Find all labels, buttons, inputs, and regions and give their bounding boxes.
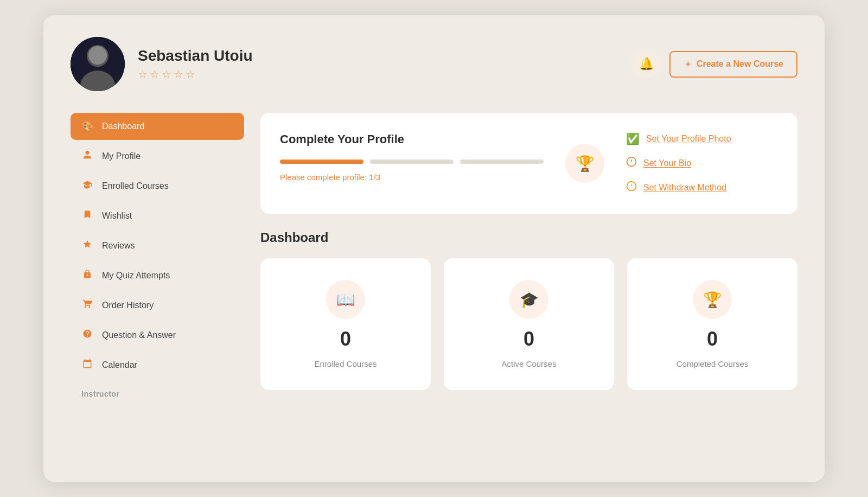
enrolled-card-icon-wrap: 📖 (326, 280, 365, 319)
quiz-icon (81, 269, 93, 282)
checklist-link-photo[interactable]: Set Your Profile Photo (646, 134, 731, 144)
completed-card-icon: 🏆 (703, 291, 722, 309)
sidebar-label-reviews: Reviews (102, 241, 135, 251)
plus-icon: ＋ (684, 59, 692, 70)
sidebar-item-question-answer[interactable]: Question & Answer (71, 321, 244, 349)
star-1: ☆ (138, 68, 148, 81)
sidebar: 🎨 Dashboard My Profile Enrolled Courses (71, 113, 244, 403)
notification-button[interactable]: 🔔 (633, 50, 661, 78)
dashboard-cards: 📖 0 Enrolled Courses 🎓 0 Active Courses … (260, 258, 797, 390)
dashboard-icon: 🎨 (81, 120, 93, 132)
sidebar-label-calendar: Calendar (102, 360, 137, 370)
checklist-link-withdraw[interactable]: Set Withdraw Method (643, 183, 726, 193)
sidebar-label-order-history: Order History (102, 301, 154, 310)
progress-bars (280, 160, 544, 164)
completed-card-count: 0 (707, 328, 718, 351)
sidebar-label-quiz-attempts: My Quiz Attempts (102, 271, 170, 281)
sidebar-label-enrolled-courses: Enrolled Courses (102, 181, 169, 191)
content-area: Complete Your Profile Please complete pr… (260, 113, 797, 403)
instructor-section-label: Instructor (71, 381, 244, 403)
profile-icon (81, 150, 93, 162)
dashboard-section-title: Dashboard (260, 230, 797, 245)
completed-card-icon-wrap: 🏆 (693, 280, 732, 319)
profile-complete-card: Complete Your Profile Please complete pr… (260, 113, 797, 214)
trophy-icon: 🏆 (576, 155, 595, 173)
create-course-button[interactable]: ＋ Create a New Course (669, 51, 797, 78)
sidebar-item-wishlist[interactable]: Wishlist (71, 202, 244, 230)
sidebar-item-reviews[interactable]: Reviews (71, 232, 244, 259)
completed-card-label: Completed Courses (676, 359, 749, 368)
active-card-label: Active Courses (502, 359, 557, 368)
reviews-icon (81, 239, 93, 252)
active-card-count: 0 (524, 328, 534, 351)
star-5: ☆ (186, 68, 195, 81)
profile-complete-title: Complete Your Profile (280, 132, 544, 146)
sidebar-item-dashboard[interactable]: 🎨 Dashboard (71, 113, 244, 140)
progress-segment-2 (370, 160, 454, 164)
checklist-item-photo[interactable]: ✅ Set Your Profile Photo (626, 132, 778, 145)
sidebar-label-dashboard: Dashboard (102, 122, 144, 131)
create-course-label: Create a New Course (697, 59, 783, 69)
active-card-icon-wrap: 🎓 (509, 280, 548, 319)
avatar (71, 37, 125, 91)
active-card-icon: 🎓 (520, 291, 539, 309)
profile-progress-section: Complete Your Profile Please complete pr… (280, 132, 544, 194)
enrolled-card-icon: 📖 (336, 291, 355, 309)
checklist-item-bio[interactable]: Set Your Bio (626, 156, 778, 170)
checklist-link-bio[interactable]: Set Your Bio (643, 158, 691, 168)
wishlist-icon (81, 209, 93, 222)
star-3: ☆ (162, 68, 171, 81)
sidebar-item-enrolled-courses[interactable]: Enrolled Courses (71, 172, 244, 200)
sidebar-item-calendar[interactable]: Calendar (71, 351, 244, 379)
star-2: ☆ (150, 68, 159, 81)
bell-icon: 🔔 (639, 57, 654, 71)
sidebar-label-wishlist: Wishlist (102, 211, 132, 221)
progress-segment-1 (280, 160, 363, 164)
dashboard-card-completed: 🏆 0 Completed Courses (627, 258, 797, 390)
header-actions: 🔔 ＋ Create a New Course (633, 50, 797, 78)
enrolled-card-label: Enrolled Courses (314, 359, 376, 368)
check-pending-icon-bio (626, 156, 637, 170)
check-pending-icon-withdraw (626, 181, 637, 194)
qa-icon (81, 329, 93, 341)
profile-status: Please complete profile: 1/3 (280, 173, 544, 182)
user-info: Sebastian Utoiu ☆ ☆ ☆ ☆ ☆ (138, 47, 633, 81)
profile-checklist: ✅ Set Your Profile Photo Set Your Bio (626, 132, 778, 194)
sidebar-label-question-answer: Question & Answer (102, 330, 176, 340)
main-layout: 🎨 Dashboard My Profile Enrolled Courses (71, 113, 797, 403)
sidebar-item-my-profile[interactable]: My Profile (71, 142, 244, 170)
header: Sebastian Utoiu ☆ ☆ ☆ ☆ ☆ 🔔 ＋ Create a N… (71, 37, 797, 91)
sidebar-label-my-profile: My Profile (102, 151, 141, 161)
enrolled-icon (81, 180, 93, 192)
dashboard-card-enrolled: 📖 0 Enrolled Courses (260, 258, 431, 390)
checklist-item-withdraw[interactable]: Set Withdraw Method (626, 181, 778, 194)
star-4: ☆ (174, 68, 183, 81)
order-icon (81, 299, 93, 311)
enrolled-card-count: 0 (340, 328, 351, 351)
star-rating: ☆ ☆ ☆ ☆ ☆ (138, 68, 633, 81)
trophy-badge: 🏆 (565, 144, 604, 183)
calendar-icon (81, 359, 93, 371)
sidebar-item-quiz-attempts[interactable]: My Quiz Attempts (71, 262, 244, 289)
svg-point-3 (88, 46, 107, 65)
user-name: Sebastian Utoiu (138, 47, 633, 65)
check-done-icon: ✅ (626, 132, 640, 145)
app-container: Sebastian Utoiu ☆ ☆ ☆ ☆ ☆ 🔔 ＋ Create a N… (43, 15, 825, 482)
dashboard-card-active: 🎓 0 Active Courses (444, 258, 614, 390)
progress-segment-3 (460, 160, 544, 164)
sidebar-item-order-history[interactable]: Order History (71, 291, 244, 319)
